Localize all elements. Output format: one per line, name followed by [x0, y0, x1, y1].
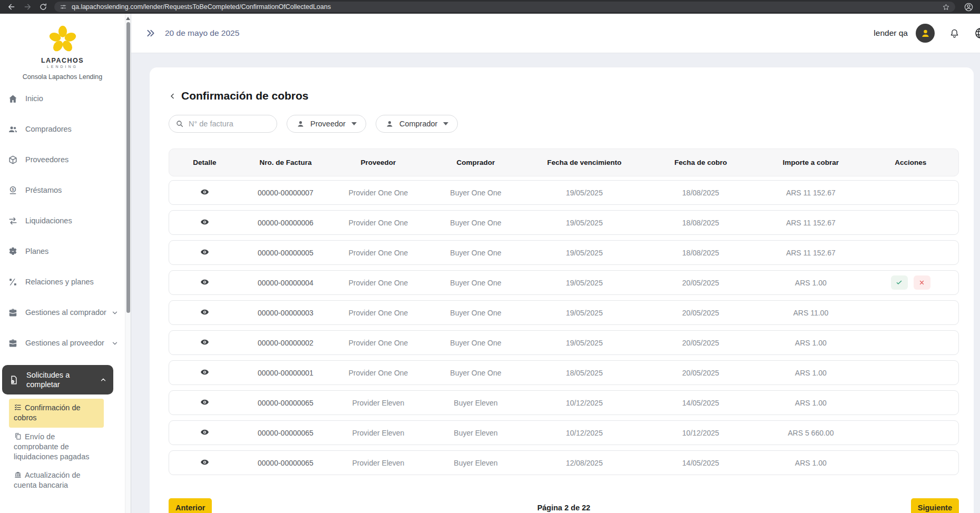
- sidebar-item-compradores[interactable]: Compradores: [0, 121, 125, 138]
- table-row[interactable]: 00000-00000001Provider One OneBuyer One …: [169, 360, 959, 385]
- previous-page-button[interactable]: Anterior: [169, 498, 212, 513]
- forward-icon[interactable]: [23, 3, 32, 11]
- amount-cell: ARS 1.00: [759, 279, 863, 287]
- sidebar: LAPACHOS LENDING Consola Lapachos Lendin…: [0, 14, 125, 513]
- url-bar[interactable]: qa.lapachoslending.com/lender/RequestsTo…: [54, 2, 955, 12]
- browser-profile-icon[interactable]: [964, 2, 974, 12]
- reject-button[interactable]: [914, 275, 930, 290]
- url-text: qa.lapachoslending.com/lender/RequestsTo…: [72, 3, 331, 11]
- sidebar-item-gestiones-al-comprador[interactable]: Gestiones al comprador: [0, 304, 125, 321]
- tasks-icon: [8, 374, 19, 386]
- invoice-search-field[interactable]: [169, 115, 277, 133]
- sidebar-item-proveedores[interactable]: Proveedores: [0, 151, 125, 169]
- sidebar-item-label: Gestiones al comprador: [25, 308, 108, 317]
- page-indicator: Página 2 de 22: [169, 504, 959, 512]
- sidebar-subitem-confirmacion-de-cobros[interactable]: Confirmación de cobros: [9, 399, 104, 427]
- eye-icon: [200, 458, 209, 467]
- scrollbar-up-arrow[interactable]: [126, 17, 130, 20]
- due-date-cell: 19/05/2025: [526, 339, 643, 347]
- home-icon: [7, 93, 18, 104]
- column-header-comprador: Comprador: [426, 159, 526, 166]
- buyer-filter-dropdown[interactable]: Comprador: [376, 115, 458, 133]
- sidebar-nav: InicioCompradoresProveedores$PréstamosLi…: [0, 90, 125, 394]
- amount-cell: ARS 5 660.00: [759, 429, 863, 437]
- table-row[interactable]: 00000-00000065Provider ElevenBuyer Eleve…: [169, 390, 959, 415]
- table-row[interactable]: 00000-00000006Provider One OneBuyer One …: [169, 210, 959, 235]
- brand-name: LAPACHOS: [0, 57, 125, 64]
- sidebar-item-label: Proveedores: [25, 155, 119, 164]
- eye-icon: [200, 428, 209, 437]
- pagination: Anterior Página 2 de 22 Siguiente: [169, 498, 959, 513]
- amount-cell: ARS 11 152.67: [759, 219, 863, 227]
- back-button[interactable]: [169, 92, 177, 100]
- provider-filter-dropdown[interactable]: Proveedor: [287, 115, 366, 133]
- flower-logo-icon: [48, 25, 77, 54]
- view-detail-button[interactable]: [199, 337, 210, 347]
- back-icon[interactable]: [7, 3, 16, 11]
- content-card: Confirmación de cobros Proveedor: [150, 67, 974, 513]
- next-page-button[interactable]: Siguiente: [911, 498, 959, 513]
- sidebar-subitem-envio-de-comprobante-de-liquidaciones-pagadas[interactable]: Envío de comprobante de liquidaciones pa…: [9, 428, 104, 466]
- eye-icon: [200, 308, 209, 317]
- bookmark-star-icon[interactable]: [942, 3, 950, 11]
- buyer-cell: Buyer One One: [426, 249, 526, 257]
- view-detail-button[interactable]: [199, 307, 210, 317]
- view-detail-button[interactable]: [199, 217, 210, 226]
- view-detail-button[interactable]: [199, 187, 210, 196]
- collection-date-cell: 20/05/2025: [643, 369, 759, 377]
- table-row[interactable]: 00000-00000002Provider One OneBuyer One …: [169, 330, 959, 355]
- fact-check-icon: [14, 403, 22, 411]
- table-row[interactable]: 00000-00000065Provider ElevenBuyer Eleve…: [169, 420, 959, 445]
- table-row[interactable]: 00000-00000005Provider One OneBuyer One …: [169, 240, 959, 265]
- sidebar-item-label: Relaciones y planes: [25, 277, 119, 287]
- expand-sidebar-double-chevron-icon[interactable]: [146, 28, 155, 38]
- sidebar-item-prestamos[interactable]: $Préstamos: [0, 182, 125, 199]
- view-detail-button[interactable]: [199, 367, 210, 377]
- invoice-number-cell: 00000-00000005: [240, 249, 331, 257]
- scrollbar-thumb[interactable]: [126, 22, 130, 313]
- provider-cell: Provider Eleven: [331, 399, 426, 407]
- site-settings-icon[interactable]: [60, 3, 67, 11]
- buyer-cell: Buyer One One: [426, 279, 526, 287]
- sidebar-item-label: Gestiones al proveedor: [25, 338, 108, 348]
- globe-icon[interactable]: [974, 27, 980, 40]
- amount-cell: ARS 1.00: [759, 369, 863, 377]
- magnifier-icon: [175, 120, 184, 128]
- due-date-cell: 19/05/2025: [526, 249, 643, 257]
- view-detail-button[interactable]: [199, 247, 210, 256]
- reload-icon[interactable]: [39, 3, 47, 11]
- sidebar-item-relaciones-y-planes[interactable]: Relaciones y planes: [0, 273, 125, 291]
- sidebar-item-solicitudes-a-completar[interactable]: Solicitudes a completar: [2, 365, 113, 394]
- avatar[interactable]: [916, 24, 935, 43]
- sidebar-item-inicio[interactable]: Inicio: [0, 90, 125, 107]
- table-row[interactable]: 00000-00000004Provider One OneBuyer One …: [169, 270, 959, 295]
- copy-file-icon: [14, 432, 22, 440]
- chevron-down-icon: [111, 340, 119, 347]
- invoice-search-input[interactable]: [189, 120, 268, 128]
- table-row[interactable]: 00000-00000003Provider One OneBuyer One …: [169, 300, 959, 325]
- sidebar-item-gestiones-al-proveedor[interactable]: Gestiones al proveedor: [0, 334, 125, 352]
- invoice-number-cell: 00000-00000003: [240, 309, 331, 317]
- amount-cell: ARS 1.00: [759, 339, 863, 347]
- sidebar-item-planes[interactable]: Planes: [0, 243, 125, 260]
- collection-date-cell: 14/05/2025: [643, 459, 759, 467]
- view-detail-button[interactable]: [199, 427, 210, 437]
- approve-button[interactable]: [891, 275, 908, 290]
- sidebar-item-label: Solicitudes a completar: [26, 370, 96, 389]
- brand-subtitle: LENDING: [0, 65, 125, 68]
- sidebar-item-liquidaciones[interactable]: Liquidaciones: [0, 212, 125, 230]
- table-row[interactable]: 00000-00000007Provider One OneBuyer One …: [169, 180, 959, 205]
- view-detail-button[interactable]: [199, 457, 210, 467]
- eye-icon: [200, 368, 209, 377]
- due-date-cell: 19/05/2025: [526, 219, 643, 227]
- provider-cell: Provider One One: [331, 339, 426, 347]
- bell-icon[interactable]: [949, 28, 960, 39]
- chevron-up-icon: [100, 376, 107, 383]
- view-detail-button[interactable]: [199, 277, 210, 287]
- column-header-fecha-de-cobro: Fecha de cobro: [643, 159, 759, 166]
- buyer-cell: Buyer One One: [426, 219, 526, 227]
- sidebar-item-label: Liquidaciones: [25, 216, 119, 225]
- sidebar-subitem-actualizacion-de-cuenta-bancaria[interactable]: Actualización de cuenta bancaria: [9, 466, 104, 495]
- table-row[interactable]: 00000-00000065Provider ElevenBuyer Eleve…: [169, 450, 959, 475]
- view-detail-button[interactable]: [199, 397, 210, 407]
